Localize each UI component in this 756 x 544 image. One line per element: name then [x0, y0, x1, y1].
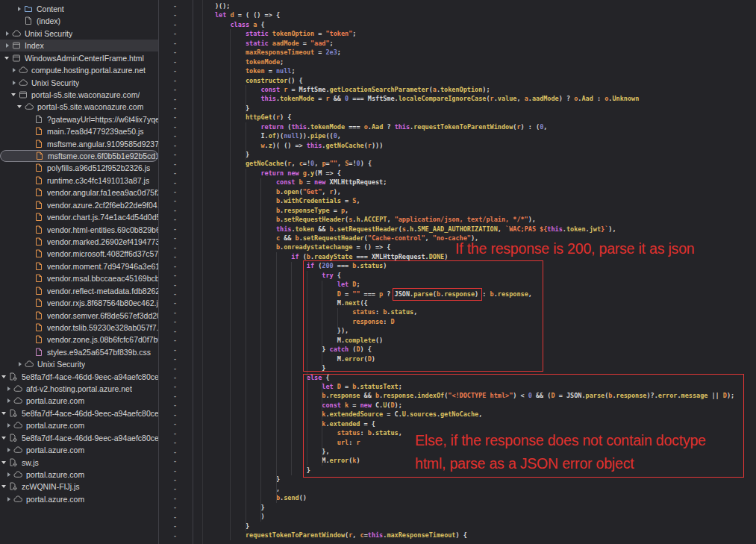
tree-item-vendor-angular-fa1eea9ac0d75f23-js[interactable]: vendor.angular.fa1eea9ac0d75f23.js	[0, 187, 158, 198]
tree-collapsed-arrow-icon[interactable]	[4, 445, 13, 454]
gutter-line-marker[interactable]: -	[173, 308, 188, 317]
tree-collapsed-arrow-icon[interactable]	[4, 495, 13, 504]
tree-item-vendor-html-entities-69c0b829b6c-[interactable]: vendor.html-entities.69c0b829b6c...	[0, 224, 158, 236]
tree-expanded-arrow-icon[interactable]	[0, 409, 9, 418]
gutter-line-marker[interactable]: -	[173, 85, 188, 94]
tree-item-runtime-c3c4fc1491013a87-js[interactable]: runtime.c3c4fc1491013a87.js	[0, 175, 158, 187]
tree-item-5e8fa7df-4ace-46dd-9eec-a94aefc80cef[interactable]: 5e8fa7df-4ace-46dd-9eec-a94aefc80cef	[0, 407, 158, 419]
tree-collapsed-arrow-icon[interactable]	[3, 41, 12, 50]
gutter-line-marker[interactable]: -	[173, 364, 188, 373]
tree-item-windowsadmincenteriframe-html[interactable]: WindowsAdminCenterIFrame.html	[0, 52, 158, 64]
gutter-line-marker[interactable]: -	[173, 95, 188, 104]
tree-item-vendor-msal-bbccaeac45169bcb-js[interactable]: vendor.msal.bbccaeac45169bcb.js	[0, 272, 158, 284]
tree-item-portal-azure-com[interactable]: portal.azure.com	[0, 395, 158, 407]
gutter-line-marker[interactable]: -	[173, 10, 188, 19]
gutter-line-marker[interactable]: -	[173, 522, 188, 531]
gutter-line-marker[interactable]: -	[173, 39, 188, 48]
tree-item-5e8fa7df-4ace-46dd-9eec-a94aefc80cef[interactable]: 5e8fa7df-4ace-46dd-9eec-a94aefc80cef	[0, 371, 158, 383]
gutter-line-marker[interactable]: -	[173, 466, 188, 475]
tree-item-vendor-tslib-59230e328ab057f7-js[interactable]: vendor.tslib.59230e328ab057f7.js	[0, 322, 158, 334]
tree-item-portal-s5-site-waconazure-com[interactable]: portal-s5.site.waconazure.com	[0, 101, 158, 113]
tree-expanded-arrow-icon[interactable]	[10, 90, 19, 99]
tree-item-styles-e9a25a6547bf839b-css[interactable]: styles.e9a25a6547bf839b.css	[0, 346, 158, 358]
gutter-line-marker[interactable]: -	[173, 298, 188, 307]
tree-collapsed-arrow-icon[interactable]	[3, 29, 12, 38]
tree-collapsed-arrow-icon[interactable]	[15, 4, 24, 13]
tree-collapsed-arrow-icon[interactable]	[10, 78, 19, 87]
gutter-line-marker[interactable]: -	[173, 160, 188, 169]
gutter-line-marker[interactable]: -	[173, 438, 188, 447]
gutter-line-marker[interactable]: -	[173, 234, 188, 243]
gutter-line-marker[interactable]: -	[173, 327, 188, 336]
tree-item-msftsme-core-6f0b5b1e92b5cd17-js[interactable]: msftsme.core.6f0b5b1e92b5cd17.js	[0, 150, 158, 162]
tree-item-vendor-marked-26902ef4194773af-js[interactable]: vendor.marked.26902ef4194773af.js	[0, 236, 158, 248]
gutter-line-marker[interactable]: -	[173, 354, 188, 363]
tree-item--gatewayurl-https-w6t4lix7yqeu-[interactable]: ?gatewayUrl=https://w6t4lix7yqeu...	[0, 113, 158, 125]
tree-item-unixi-security[interactable]: Unixi Security	[0, 358, 158, 370]
tree-item-sw-js[interactable]: sw.js	[0, 457, 158, 469]
tree-item-vendor-reflect-metadata-fdb8262d-[interactable]: vendor.reflect-metadata.fdb8262d...	[0, 285, 158, 297]
tree-item-vendor-chart-js-74e1ac4d54d0d5a-[interactable]: vendor.chart.js.74e1ac4d54d0d5a...	[0, 211, 158, 223]
gutter-line-marker[interactable]: -	[173, 29, 188, 38]
gutter-line-marker[interactable]: -	[173, 262, 188, 271]
tree-item-portal-azure-com[interactable]: portal.azure.com	[0, 419, 158, 431]
gutter-line-marker[interactable]: -	[173, 429, 188, 438]
tree-item--index-[interactable]: (index)	[0, 15, 158, 27]
gutter-line-marker[interactable]: -	[173, 392, 188, 401]
tree-collapsed-arrow-icon[interactable]	[4, 384, 13, 393]
gutter-line-marker[interactable]: -	[173, 66, 188, 75]
tree-item-portal-azure-com[interactable]: portal.azure.com	[0, 444, 158, 456]
gutter-line-marker[interactable]: -	[173, 169, 188, 178]
gutter-line-marker[interactable]: -	[173, 382, 188, 391]
gutter-line-marker[interactable]: -	[173, 196, 188, 205]
tree-item-portal-s5-site-waconazure-com-[interactable]: portal-s5.site.waconazure.com/	[0, 89, 158, 101]
tree-expanded-arrow-icon[interactable]	[0, 458, 9, 467]
tree-item-main-7ea8d4779239ae50-js[interactable]: main.7ea8d4779239ae50.js	[0, 125, 158, 137]
gutter-line-marker[interactable]: -	[173, 48, 188, 57]
tree-item-vendor-semver-6f8de567ef3dd20f-js[interactable]: vendor.semver.6f8de567ef3dd20f.js	[0, 310, 158, 322]
gutter-line-marker[interactable]: -	[173, 104, 188, 113]
tree-item-vendor-moment-7d947946a3e61b-[interactable]: vendor.moment.7d947946a3e61b...	[0, 260, 158, 272]
gutter-line-marker[interactable]: -	[173, 317, 188, 326]
gutter-line-marker[interactable]: -	[173, 448, 188, 457]
tree-expanded-arrow-icon[interactable]	[0, 482, 9, 491]
gutter-line-marker[interactable]: -	[173, 76, 188, 85]
gutter-line-marker[interactable]: -	[173, 346, 188, 354]
gutter-line-marker[interactable]: -	[173, 20, 188, 29]
gutter-line-marker[interactable]: -	[173, 252, 188, 261]
tree-item-unixi-security[interactable]: Unixi Security	[0, 77, 158, 89]
gutter-line-marker[interactable]: -	[173, 336, 188, 345]
tree-expanded-arrow-icon[interactable]	[16, 102, 25, 111]
tree-item-zcwqnin-fijj-js[interactable]: zcWQNIN-FIJj.js	[0, 481, 158, 493]
gutter-line-marker[interactable]: -	[173, 1, 188, 10]
tree-item-vendor-zone-js-08b6fcfc67d0f7b0-js[interactable]: vendor.zone.js.08b6fcfc67d0f7b0.js	[0, 334, 158, 346]
tree-item-afd-v2-hosting-portal-azure-net[interactable]: afd-v2.hosting.portal.azure.net	[0, 383, 158, 395]
tree-item-5e8fa7df-4ace-46dd-9eec-a94aefc80cef[interactable]: 5e8fa7df-4ace-46dd-9eec-a94aefc80cef	[0, 432, 158, 444]
tree-item-unixi-security[interactable]: Unixi Security	[0, 28, 158, 40]
tree-expanded-arrow-icon[interactable]	[3, 54, 12, 63]
tree-expanded-arrow-icon[interactable]	[0, 372, 9, 381]
gutter-line-marker[interactable]: -	[173, 178, 188, 187]
gutter-line-marker[interactable]: -	[173, 513, 188, 522]
gutter-line-marker[interactable]: -	[173, 215, 188, 224]
tree-collapsed-arrow-icon[interactable]	[4, 396, 13, 405]
gutter-line-marker[interactable]: -	[173, 410, 188, 419]
tree-expanded-arrow-icon[interactable]	[0, 434, 9, 443]
gutter-line-marker[interactable]: -	[173, 290, 188, 298]
gutter-line-marker[interactable]: -	[173, 484, 188, 493]
tree-item-index[interactable]: Index	[0, 40, 158, 51]
gutter-line-marker[interactable]: -	[173, 531, 188, 540]
tree-item-msftsme-angular-9109585d923733-[interactable]: msftsme.angular.9109585d923733...	[0, 138, 158, 150]
gutter-line-marker[interactable]: -	[173, 122, 188, 131]
tree-collapsed-arrow-icon[interactable]	[16, 360, 25, 369]
gutter-line-marker[interactable]: -	[173, 141, 188, 150]
gutter-line-marker[interactable]: -	[173, 419, 188, 428]
tree-collapsed-arrow-icon[interactable]	[10, 66, 19, 75]
gutter-line-marker[interactable]: -	[173, 243, 188, 252]
gutter-line-marker[interactable]: -	[173, 187, 188, 196]
tree-item-content[interactable]: Content	[0, 3, 158, 15]
gutter-line-marker[interactable]: -	[173, 113, 188, 122]
tree-item-portal-azure-com[interactable]: portal.azure.com	[0, 469, 158, 481]
gutter-line-marker[interactable]: -	[173, 271, 188, 280]
gutter-line-marker[interactable]: -	[173, 503, 188, 512]
